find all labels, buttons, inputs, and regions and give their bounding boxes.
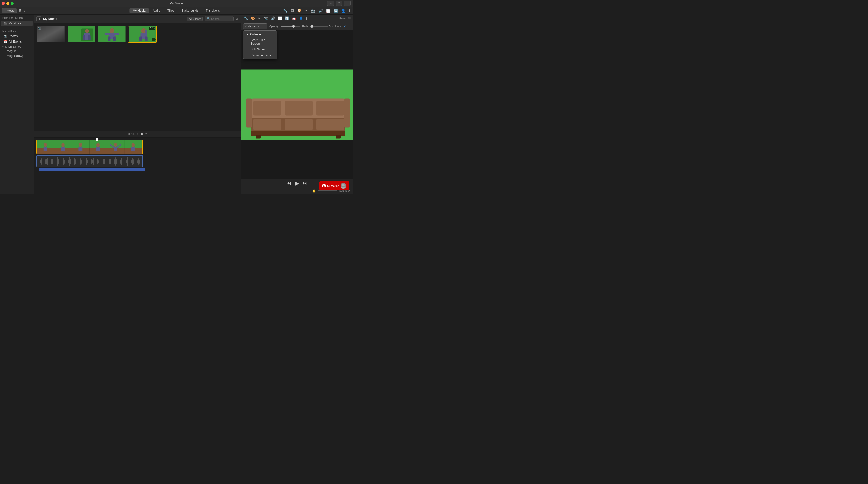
dropdown-item-cutaway[interactable]: ✓ Cutaway [243, 31, 277, 37]
svg-rect-119 [129, 159, 129, 164]
svg-rect-18 [140, 36, 142, 41]
tab-audio[interactable]: Audio [149, 8, 163, 13]
inspector-robot-icon[interactable]: 🤖 [291, 16, 297, 21]
dropdown-item-green-blue[interactable]: Green/Blue Screen [243, 37, 277, 47]
toolbar-icon-6[interactable]: 🔊 [318, 8, 323, 13]
toolbar-icon-7[interactable]: 📈 [326, 8, 331, 13]
inspector-wrench-icon[interactable]: 🔧 [243, 16, 249, 21]
play-button[interactable]: ▶ [295, 180, 299, 186]
svg-rect-138 [285, 119, 313, 130]
timecode-total: 00:02 [140, 132, 147, 136]
revert-all-label[interactable]: Revert All [339, 17, 351, 20]
clip-3[interactable] [97, 26, 126, 42]
search-box[interactable]: 🔍 [205, 16, 234, 21]
audio-waveform-svg [37, 155, 143, 167]
svg-point-33 [79, 143, 82, 147]
svg-rect-54 [50, 157, 51, 166]
dropdown-item-split-screen[interactable]: Split Screen [243, 47, 277, 52]
add-project-icon[interactable]: ⊕ [18, 8, 23, 13]
projects-button[interactable]: Projects [2, 8, 17, 13]
clips-grid: 📷 [34, 23, 241, 130]
toolbar-icon-2[interactable]: 🖼 [290, 8, 295, 13]
effect-controls: Cutaway ▾ ✓ Cutaway Green/Blue Screen [241, 22, 352, 31]
clip-4-duration: 2.2s [149, 27, 155, 30]
svg-rect-1 [37, 26, 64, 42]
timeline-section: 00:02 / 00:02 [34, 130, 241, 193]
maximize-button[interactable] [11, 2, 13, 5]
add-clip-button[interactable]: ＋ [327, 1, 334, 6]
svg-rect-139 [316, 119, 344, 130]
right-panel: 🔧 🎨 ✂ 📷 🔊 📊 🔄 🤖 👤 ℹ Revert All Cutaway ▾ [241, 14, 352, 193]
inspector-stabilize-icon[interactable]: 🔄 [284, 16, 290, 21]
mic-button[interactable]: 🎙 [244, 181, 248, 186]
tab-backgrounds[interactable]: Backgrounds [178, 8, 202, 13]
toolbar-icon-10[interactable]: ℹ [348, 8, 351, 13]
sidebar-item-vlog-kit-raw[interactable]: vlog kit(raw) [1, 54, 33, 58]
clip-1[interactable]: 📷 [36, 26, 65, 42]
svg-rect-107 [114, 159, 115, 164]
view-toggle-button[interactable]: ⊞ [36, 17, 41, 21]
opacity-slider[interactable] [281, 26, 300, 27]
toolbar-icon-8[interactable]: 🔄 [333, 8, 339, 13]
svg-rect-125 [136, 159, 136, 164]
inspector-color-icon[interactable]: 🎨 [250, 16, 256, 21]
sidebar-item-all-events[interactable]: 📅 All Events [1, 39, 33, 44]
toolbar-icon-5[interactable]: 📷 [310, 8, 316, 13]
title-right-controls: ＋ ⬆ — [327, 1, 351, 6]
sidebar-item-photos[interactable]: 📷 Photos [1, 33, 33, 39]
search-input[interactable] [211, 18, 233, 20]
reset-button[interactable]: Reset [335, 25, 342, 28]
clip-4-selected[interactable]: 2.2s + [128, 26, 157, 42]
inspector-audio-icon[interactable]: 🔊 [270, 16, 276, 21]
toolbar-icon-9[interactable]: 👤 [341, 8, 346, 13]
subscribe-label: Subscribe [327, 184, 339, 187]
svg-rect-81 [83, 158, 83, 165]
volume-slider[interactable] [318, 190, 337, 191]
window-minimize-button[interactable]: — [344, 1, 351, 6]
refresh-button[interactable]: ↺ [236, 17, 239, 21]
confirm-check-icon[interactable]: ✓ [344, 24, 347, 29]
sidebar-item-my-movie[interactable]: 🎬 My Movie [1, 21, 33, 26]
svg-rect-60 [57, 157, 58, 166]
svg-rect-52 [48, 158, 48, 165]
fast-forward-button[interactable]: ⏭ [303, 181, 307, 186]
tab-transitions[interactable]: Transitions [202, 8, 223, 13]
inspector-crop-icon[interactable]: ✂ [257, 16, 261, 21]
rewind-button[interactable]: ⏮ [287, 181, 291, 186]
yt-subscribe-overlay[interactable]: ▶ Subscribe [319, 181, 349, 190]
svg-rect-111 [119, 158, 119, 165]
dropdown-trigger[interactable]: Cutaway ▾ [243, 24, 268, 29]
minimize-button[interactable] [6, 2, 9, 5]
clip-4-add-button[interactable]: + [152, 37, 156, 41]
share-button[interactable]: ⬆ [336, 1, 342, 6]
close-button[interactable] [2, 2, 5, 5]
video-track-clip[interactable] [36, 140, 143, 154]
yt-logo-icon: ▶ [322, 184, 326, 187]
inspector-camera-icon[interactable]: 📷 [263, 16, 269, 21]
dropdown-item-pip[interactable]: Picture in Picture [243, 52, 277, 58]
share-media-icon[interactable]: ↓ [23, 8, 27, 13]
audio-clip[interactable] [36, 155, 143, 167]
center-nav-tabs: My Media Audio Titles Backgrounds Transi… [129, 8, 223, 13]
sidebar-item-vlog-kit[interactable]: vlog kit [1, 49, 33, 54]
all-clips-filter[interactable]: All Clips ▾ [187, 17, 203, 21]
track-clip-svg [37, 140, 143, 154]
project-media-label: PROJECT MEDIA [0, 16, 34, 21]
photos-icon: 📷 [3, 34, 7, 38]
svg-rect-101 [107, 160, 107, 163]
fade-bar[interactable] [311, 26, 328, 27]
inspector-info-icon[interactable]: ℹ [305, 16, 308, 21]
tab-my-media[interactable]: My Media [129, 8, 149, 13]
tab-titles[interactable]: Titles [164, 8, 178, 13]
toolbar-icon-4[interactable]: ✂ [304, 8, 309, 13]
toolbar-icon-3[interactable]: 🎨 [297, 8, 302, 13]
svg-rect-12 [113, 36, 116, 41]
toolbar-icon-1[interactable]: 🔧 [282, 8, 288, 13]
inspector-speed-icon[interactable]: 📊 [277, 16, 283, 21]
svg-rect-143 [246, 99, 252, 128]
sidebar: PROJECT MEDIA 🎬 My Movie LIBRARIES 📷 Pho… [0, 14, 34, 193]
clip-2[interactable] [67, 26, 96, 42]
timeline-content[interactable] [34, 138, 241, 193]
imovie-library-label[interactable]: ▾ iMovie Library [0, 44, 34, 49]
inspector-person-icon[interactable]: 👤 [298, 16, 304, 21]
